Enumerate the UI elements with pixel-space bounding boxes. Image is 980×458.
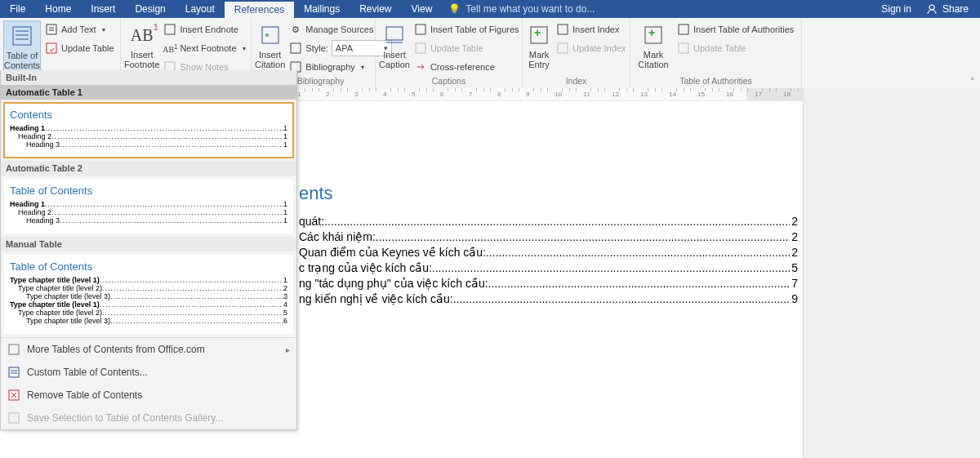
toc-preview-lines: Type chapter title (level 1)............…	[10, 276, 287, 325]
toc-gallery-dropdown: Built-In Automatic Table 1 Contents Head…	[0, 70, 297, 430]
footnote-icon: AB1	[129, 22, 155, 48]
group-toa: + Mark Citation Insert Table of Authorit…	[630, 18, 802, 89]
next-footnote-icon: AB1	[163, 42, 176, 55]
gallery-manual-header: Manual Table	[1, 237, 296, 251]
insert-caption-button[interactable]: Insert Caption	[379, 20, 410, 69]
captions-update-table-button[interactable]: Update Table	[411, 39, 523, 57]
tab-file[interactable]: File	[0, 0, 35, 18]
document-area[interactable]: ents quát:..............................…	[297, 101, 804, 458]
save-icon	[7, 411, 20, 425]
svg-rect-21	[558, 24, 568, 34]
toc-preview-lines: Heading 1...............................…	[10, 124, 287, 149]
remove-toc-button[interactable]: Remove Table of Contents	[1, 384, 296, 407]
insert-index-icon	[556, 23, 569, 36]
svg-rect-17	[416, 24, 425, 34]
lightbulb-icon: 💡	[448, 3, 461, 15]
svg-rect-26	[679, 43, 688, 53]
toc-preview-title: Contents	[10, 109, 287, 121]
right-margin-area	[804, 88, 980, 458]
toc-label: Table of Contents	[4, 51, 40, 70]
gallery-item-auto2[interactable]: Table of Contents Heading 1.............…	[4, 179, 293, 233]
save-selection-toc-button: Save Selection to Table of Contents Gall…	[1, 407, 296, 429]
toc-entry: ng "tác dụng phụ" của việc kích cầu: ...…	[299, 276, 798, 291]
update-icon	[45, 42, 58, 55]
update-table-button[interactable]: Update Table	[42, 39, 118, 57]
update-icon	[414, 42, 427, 55]
tab-layout[interactable]: Layout	[176, 0, 225, 18]
toc-preview-title: Table of Contents	[10, 185, 287, 197]
svg-rect-11	[262, 27, 278, 43]
tab-insert[interactable]: Insert	[81, 0, 125, 18]
svg-rect-22	[558, 43, 568, 53]
update-toa-icon	[677, 42, 690, 55]
insert-toa-button[interactable]: Insert Table of Authorities	[674, 20, 797, 38]
mark-citation-icon: +	[640, 22, 666, 48]
sign-in-button[interactable]: Sign in	[881, 3, 911, 15]
custom-toc-icon	[7, 366, 20, 379]
toc-icon	[9, 23, 35, 49]
toc-preview-lines: Heading 1...............................…	[10, 200, 287, 225]
group-label-index: Index	[526, 73, 626, 88]
toc-entry: Các khái niệm: .........................…	[299, 229, 798, 245]
share-icon	[926, 3, 938, 15]
toc-preview-title: Table of Contents	[10, 260, 287, 273]
toc-entry: quát:...................................…	[299, 214, 798, 229]
toc-entry: Quan điểm của Keynes về kích cầu:.......…	[299, 245, 798, 260]
manage-icon: ⚙	[289, 23, 302, 36]
titlebar-right: Sign in Share	[881, 0, 980, 18]
mark-citation-button[interactable]: + Mark Citation	[634, 20, 673, 69]
tell-me-search[interactable]: 💡 Tell me what you want to do...	[448, 0, 595, 18]
xref-icon	[414, 60, 427, 73]
tab-mailings[interactable]: Mailings	[294, 0, 350, 18]
tab-design[interactable]: Design	[125, 0, 175, 18]
svg-point-0	[929, 5, 934, 10]
gallery-item-manual[interactable]: Table of Contents Type chapter title (le…	[4, 255, 293, 334]
svg-rect-5	[47, 24, 56, 34]
gallery-commands: More Tables of Contents from Office.com▸…	[1, 337, 296, 429]
custom-toc-button[interactable]: Custom Table of Contents...	[1, 361, 296, 384]
style-icon	[289, 42, 302, 55]
update-toa-button[interactable]: Update Table	[674, 39, 797, 57]
titlebar: File Home Insert Design Layout Reference…	[0, 0, 980, 18]
tab-home[interactable]: Home	[35, 0, 81, 18]
gallery-auto1-header: Automatic Table 1	[1, 85, 296, 100]
next-footnote-button[interactable]: AB1 Next Footnote▾	[160, 39, 248, 57]
table-of-figures-button[interactable]: Insert Table of Figures	[411, 20, 523, 38]
svg-rect-13	[291, 43, 301, 53]
tab-view[interactable]: View	[402, 0, 443, 18]
mark-entry-icon: +	[526, 22, 552, 48]
gallery-item-auto1[interactable]: Contents Heading 1......................…	[3, 102, 294, 158]
mark-entry-button[interactable]: + Mark Entry	[526, 20, 552, 69]
svg-rect-28	[9, 367, 19, 377]
group-label-toa: Table of Authorities	[634, 73, 798, 88]
tab-references[interactable]: References	[225, 0, 294, 18]
group-captions: Insert Caption Insert Table of Figures U…	[376, 18, 523, 89]
svg-text:+: +	[648, 26, 655, 39]
update-index-button[interactable]: Update Index	[553, 39, 629, 57]
toc-entry: c trạng của việc kích cầu: .............…	[299, 260, 798, 276]
add-text-button[interactable]: Add Text▾	[42, 20, 118, 38]
insert-index-button[interactable]: Insert Index	[553, 20, 629, 38]
group-index: + Mark Entry Insert Index Update Index I…	[523, 18, 630, 89]
svg-rect-9	[165, 24, 175, 34]
svg-text:+: +	[534, 26, 541, 39]
more-toc-button[interactable]: More Tables of Contents from Office.com▸	[1, 338, 296, 361]
share-button[interactable]: Share	[926, 3, 969, 15]
update-index-icon	[556, 42, 569, 55]
caption-icon	[381, 22, 408, 48]
toc-entry: ng kiến nghị về việc kích cầu: .........…	[299, 291, 798, 307]
insert-toa-icon	[677, 23, 690, 36]
endnote-icon	[163, 23, 176, 36]
gallery-section-builtin: Built-In	[1, 70, 296, 85]
tab-review[interactable]: Review	[350, 0, 401, 18]
collapse-ribbon-button[interactable]: ˄	[970, 77, 975, 87]
document-content: ents quát:..............................…	[297, 183, 803, 307]
svg-rect-34	[9, 413, 19, 423]
insert-endnote-button[interactable]: Insert Endnote	[160, 20, 248, 38]
page-title: ents	[299, 183, 798, 204]
svg-rect-18	[416, 43, 425, 53]
insert-footnote-button[interactable]: AB1 Insert Footnote	[124, 20, 159, 69]
svg-rect-1	[13, 27, 31, 45]
citation-icon	[257, 22, 283, 48]
gallery-auto2-header: Automatic Table 2	[1, 161, 296, 176]
